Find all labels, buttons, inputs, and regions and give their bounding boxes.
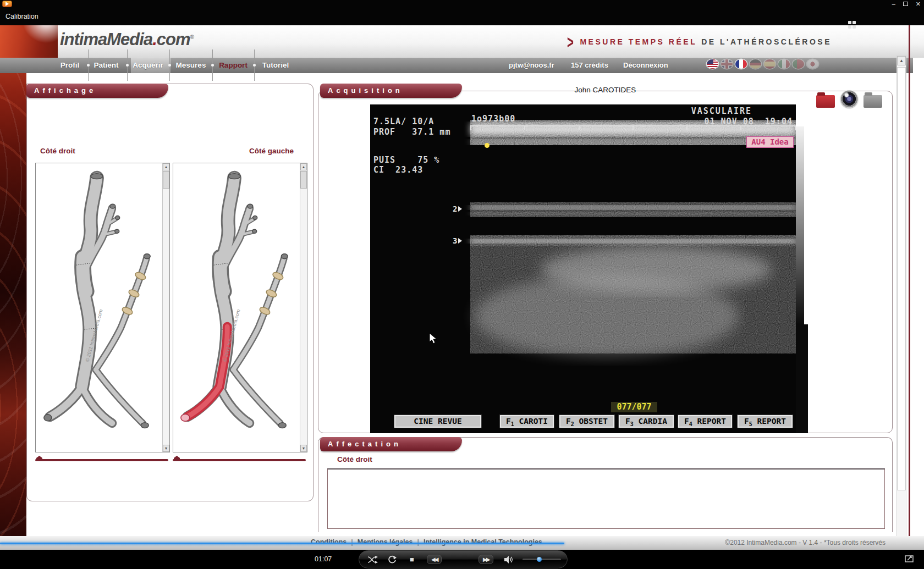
- us-ci-info: CI 23.43: [373, 165, 423, 175]
- es-flag-icon[interactable]: [764, 59, 776, 69]
- preset-badge: AU4 Idea: [746, 136, 794, 148]
- affectation-textarea[interactable]: [327, 468, 885, 529]
- mute-button[interactable]: [504, 550, 515, 569]
- jp-flag-icon[interactable]: [807, 59, 818, 69]
- f1-caroti-button[interactable]: F1 CAROTI: [500, 415, 554, 428]
- player-top-bar: Calibration: [0, 8, 924, 25]
- slider-handle[interactable]: [174, 456, 180, 461]
- camera-snapshot-icon[interactable]: [840, 90, 858, 108]
- nav-bullet: [168, 64, 171, 67]
- logout-link[interactable]: Déconnexion: [623, 61, 668, 69]
- fullscreen-toggle-button[interactable]: [905, 555, 914, 565]
- us-mode-label: VASCULAIRE: [691, 106, 752, 116]
- us-probe-info: 7.5LA/ 10/A: [373, 117, 434, 126]
- nav-item-tutoriel[interactable]: Tutoriel: [262, 61, 289, 69]
- de-flag-icon[interactable]: [750, 59, 761, 69]
- nav-item-profil[interactable]: Profil: [61, 61, 80, 69]
- f3-cardia-button[interactable]: F3 CARDIA: [619, 415, 674, 428]
- carotid-artery-illustration-highlighted: © 2011 IntimaMedia.com: [173, 163, 300, 452]
- ultrasound-speckle-texture: [370, 104, 796, 433]
- volume-slider[interactable]: [522, 559, 561, 560]
- nav-item-rapport[interactable]: Rapport: [219, 61, 248, 69]
- yellow-measure-dot: [485, 143, 490, 148]
- nav-item-patient[interactable]: Patient: [94, 61, 118, 69]
- affichage-panel-tab: Affichage: [26, 84, 168, 98]
- nav-bullet: [253, 64, 256, 67]
- nav-item-mesures[interactable]: Mesures: [176, 61, 206, 69]
- carotid-diagram-left-side[interactable]: © 2011 IntimaMedia.com ▲ ▼: [173, 163, 307, 452]
- footer-links: Conditions|Mentions légales|Intelligence…: [311, 538, 542, 546]
- acquisition-title: Acquisition: [328, 86, 403, 95]
- zoom-slider-left-side[interactable]: [173, 459, 306, 461]
- shuffle-icon: [367, 556, 378, 564]
- ultrasound-image[interactable]: VASCULAIRE 01 NOV 08 19:04 7.5LA/ 10/A P…: [370, 104, 796, 433]
- elapsed-time: 01:07: [315, 555, 332, 563]
- us-flag-icon[interactable]: [707, 59, 718, 69]
- video-title: Calibration: [6, 13, 38, 20]
- red-segment-cap: [181, 414, 190, 421]
- player-control-bar: 01:07 ■ ◀◀ ▶▶: [0, 550, 924, 569]
- pt-flag-icon[interactable]: [793, 59, 804, 69]
- scroll-up-icon[interactable]: ▲: [897, 56, 906, 65]
- logo-dot: .: [152, 30, 157, 49]
- scroll-thumb[interactable]: [163, 171, 169, 189]
- scroll-thumb[interactable]: [300, 171, 307, 189]
- gray-folder-icon[interactable]: [864, 95, 882, 108]
- zoom-slider-right-side[interactable]: [35, 459, 168, 461]
- carotid-diagram-right-side[interactable]: © 2011 IntimaMedia.com ▲ ▼: [35, 163, 170, 452]
- f5-report-button[interactable]: F5 REPORT: [738, 415, 793, 428]
- red-folder-icon[interactable]: [816, 95, 835, 108]
- rewind-button[interactable]: ◀◀: [427, 550, 442, 569]
- page-scrollbar[interactable]: ▲ ▼: [897, 56, 906, 550]
- affectation-title: Affectation: [328, 440, 402, 448]
- frame-counter: 077/077: [611, 402, 657, 412]
- scroll-down-icon[interactable]: ▼: [163, 445, 169, 452]
- it-flag-icon[interactable]: [778, 59, 790, 69]
- scroll-thumb[interactable]: [897, 67, 906, 490]
- user-email: pjtw@noos.fr: [509, 61, 554, 69]
- stop-button[interactable]: ■: [410, 550, 414, 569]
- fast-forward-button[interactable]: ▶▶: [479, 550, 493, 569]
- repeat-button[interactable]: [387, 550, 397, 569]
- scroll-up-icon[interactable]: ▲: [300, 163, 307, 170]
- affectation-cote-droit-label: Côté droit: [337, 455, 372, 463]
- conditions-link[interactable]: Conditions: [311, 538, 346, 546]
- shuffle-button[interactable]: [367, 550, 378, 569]
- volume-thumb[interactable]: [537, 557, 542, 562]
- affichage-title: Affichage: [34, 86, 96, 95]
- scroll-up-icon[interactable]: ▲: [163, 163, 169, 170]
- speaker-icon: [504, 556, 515, 564]
- nav-bullet: [87, 64, 90, 67]
- logo-suffix: com: [157, 30, 190, 49]
- f4-report-button[interactable]: F4 REPORT: [678, 415, 732, 428]
- gain-gradient-bar: [796, 126, 804, 324]
- application-page: intimaMedia.com® > Mesure temps réel de …: [0, 25, 924, 550]
- chevron-icon: >: [567, 32, 574, 51]
- close-button[interactable]: ✕: [916, 1, 921, 7]
- f2-obstet-button[interactable]: F2 OBSTET: [559, 415, 614, 428]
- decorative-red-banner: [0, 25, 26, 536]
- decorative-red-banner-top: [0, 25, 58, 58]
- minimize-button[interactable]: –: [892, 1, 895, 7]
- nav-item-acquerir[interactable]: Acquérir: [133, 61, 163, 69]
- diagram-scrollbar[interactable]: ▲ ▼: [300, 163, 307, 452]
- scroll-down-icon[interactable]: ▼: [300, 445, 307, 452]
- measure-marker-2: 2: [453, 205, 462, 213]
- imt-link[interactable]: Intelligence in Medical Technologies: [424, 538, 542, 546]
- marker-arrow-icon: [458, 238, 462, 244]
- mentions-legales-link[interactable]: Mentions légales: [358, 538, 413, 546]
- us-power-info: PUIS 75 %: [373, 155, 439, 165]
- depth-ruler: [470, 125, 796, 126]
- cine-revue-button[interactable]: CINE REVUE: [394, 415, 481, 428]
- affectation-panel-tab: Affectation: [320, 437, 462, 451]
- fr-flag-icon[interactable]: [735, 59, 747, 69]
- diagram-scrollbar[interactable]: ▲ ▼: [162, 163, 169, 452]
- video-seek-progress[interactable]: [0, 543, 564, 544]
- media-player-window: – ✕ Calibration intimaMedia.com® > Mesur…: [0, 0, 924, 569]
- switch-to-library-icon[interactable]: [848, 21, 856, 29]
- uk-flag-icon[interactable]: [721, 59, 733, 69]
- slider-handle[interactable]: [36, 456, 42, 461]
- main-navigation: Profil Patient Acquérir Mesures Rapport …: [0, 58, 913, 73]
- nav-bullet: [211, 64, 214, 67]
- maximize-button[interactable]: [903, 1, 908, 7]
